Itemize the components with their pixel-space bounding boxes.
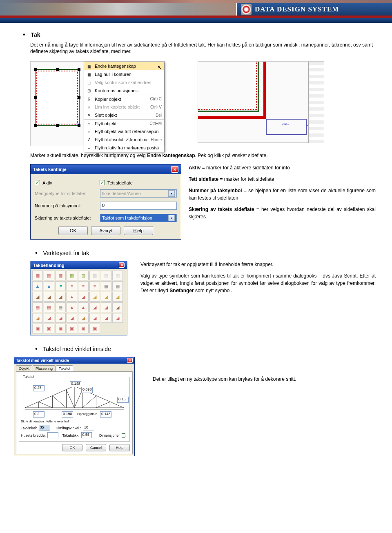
cancel-button[interactable]: Cancel [86,444,106,451]
toolbar-icon[interactable]: ▤ [55,302,66,312]
toolbar-icon[interactable]: ◢ [101,313,111,323]
toolbar-icon[interactable]: ≡ [67,281,77,291]
cancel-button[interactable]: Avbryt [91,226,120,235]
toolbar-icon[interactable]: ▤ [112,281,123,291]
section-tak-heading: Tak [23,31,376,38]
toolbar-icon[interactable]: ▣ [89,324,100,333]
checkbox-tett-sideflate[interactable]: ✓ [100,180,105,185]
context-menu-item[interactable]: ↔Flytt relativ fra markørens posisjon [84,144,164,152]
screenshots-row: 9x2 ▦Endre kantegenskap▦Lag hull i kontu… [30,61,376,146]
context-menu-item[interactable]: ↔Flytt objektCtrl+M [84,119,164,127]
input-dim-top[interactable]: 0.148 [70,381,81,387]
close-icon[interactable]: ✕ [171,166,178,173]
tab-takstol[interactable]: Takstol [56,365,73,371]
toolbar-icon[interactable]: ▤ [44,302,54,312]
toolbar-icon[interactable]: ▥ [78,271,89,280]
input-takvinkel[interactable]: 35 [39,425,50,431]
toolbar-icon[interactable]: ▤ [101,271,111,280]
menu-item-shortcut: Del [156,113,162,118]
toolbar-icon[interactable]: ◢ [44,313,54,323]
toolbar-icon[interactable]: ◢ [101,302,111,312]
toolbar-icon[interactable]: ◢ [44,292,54,302]
toolbar-icon[interactable]: ◢ [55,292,66,302]
toolbar-icon[interactable]: ◢ [112,302,123,312]
cad-view-roof-edge: 9x21 G [198,61,324,143]
toolbar-icon[interactable]: |= [55,281,66,291]
toolbar-icon[interactable]: ≡ [89,281,100,291]
toolbar-icon[interactable]: ◢ [112,313,123,323]
toolbar-icon[interactable]: ▦ [44,271,54,280]
input-dim-tl[interactable]: 0.25 [33,385,45,391]
label-husets-bredde: Husets bredde: [21,433,46,438]
close-icon[interactable]: ✕ [127,358,133,363]
toolbar-icon[interactable]: ▤ [112,271,123,280]
input-dim-bl[interactable]: 0.2 [33,411,45,418]
toolbar-icon[interactable]: ◢ [89,313,100,323]
context-menu-item[interactable]: ▦Endre kantegenskap [84,62,164,70]
toolbar-icon[interactable]: ▣ [32,324,43,333]
toolbar-icon[interactable]: ◢ [55,313,66,323]
context-menu-item[interactable]: ▦Lag hull i konturen [84,70,164,78]
toolbar-icon[interactable]: ◢ [32,313,43,323]
toolbar-icon[interactable]: ≡ [78,281,89,291]
toolbar-icon[interactable]: ◢ [78,313,89,323]
toolbar-icon[interactable]: ▲ [67,292,77,302]
toolbar-icon[interactable]: ◢ [89,302,100,312]
context-menu-item[interactable]: ↔Flytt objekt via fritt referansepunkt [84,127,164,135]
section-verktoysett-heading: Verktøysett for tak [35,249,376,257]
context-menu-item[interactable]: ⎘Kopier objektCtrl+C [84,95,164,103]
toolbar-icon[interactable]: ▲ [67,302,77,312]
input-husets-bredde[interactable] [47,432,58,438]
input-dim-bm[interactable]: 0.198 [62,411,73,418]
toolbar-icon[interactable]: ◢ [101,292,111,302]
ok-button[interactable]: OK [62,444,82,451]
input-dim-br[interactable]: 0.148 [100,411,111,418]
toolbar-icon[interactable]: ▦ [32,271,43,280]
svg-line-13 [82,396,96,408]
input-dim-tr1[interactable]: 0.098 [81,387,93,393]
input-dim-r[interactable]: 0.15 [117,397,129,403]
toolbar-icon[interactable]: ◢ [78,292,89,302]
context-menu-item[interactable]: ZFlytt til absolutt Z-koordinatHome [84,135,164,144]
tab-plassering[interactable]: Plassering [33,365,56,371]
close-icon[interactable]: ✕ [119,262,125,268]
toolbar-icon[interactable]: ▦ [55,271,66,280]
help-button[interactable]: Hjelp [124,226,153,235]
svg-line-6 [53,396,67,408]
toolbar-icon[interactable]: ▥ [89,271,100,280]
toolbar-icon[interactable]: ▣ [78,324,89,333]
toolbar-icon[interactable]: ◢ [67,313,77,323]
menu-item-label: Velg kontur som skal endres [95,80,159,85]
ok-button[interactable]: OK [58,226,88,235]
select-skjaering[interactable]: Takfot som i takdefinisjon ▾ [100,214,177,222]
toolbar-icon[interactable]: ▣ [44,324,54,333]
toolbar-icon[interactable]: ▦ [101,281,111,291]
tab-objekt[interactable]: Objekt [16,365,32,371]
toolbar-icon[interactable]: ◢ [112,292,123,302]
label-aktiv: Aktiv [42,180,100,185]
help-button[interactable]: Help [109,444,130,451]
toolbar-icon[interactable]: ▤ [32,302,43,312]
svg-line-15 [96,402,110,408]
toolbar-icon[interactable]: ▲ [32,281,43,291]
chevron-down-icon[interactable]: ▾ [168,215,175,221]
menu-item-icon: ▦ [86,63,92,69]
input-takutstikk[interactable]: 0.55 [81,432,92,438]
toolbar-icon[interactable]: ▲ [44,281,54,291]
toolbar-icon[interactable]: ▣ [55,324,66,333]
toolbar-icon[interactable]: ▣ [67,324,77,333]
toolbar-icon[interactable]: ◢ [32,292,43,302]
toolbar-icon[interactable]: ▦ [67,271,77,280]
menu-item-icon: ⎘ [86,96,92,102]
menu-item-label: Lim inn kopierte objekt [95,104,148,109]
toolbar-icon[interactable]: ▲ [78,302,89,312]
toolbar-icon[interactable]: ◢ [89,292,100,302]
input-nummer-taksymbol[interactable]: 0 [100,202,177,210]
checkbox-dimensjoner[interactable] [122,433,125,438]
context-menu-item[interactable]: ⊞Konturens posisjoner... [84,87,164,95]
context-menu-item[interactable]: ✕Slett objektDel [84,111,164,119]
checkbox-aktiv[interactable]: ✓ [35,180,40,185]
input-himling[interactable]: 10 [83,425,94,431]
verktoysett-explanation: Verktøysett for tak er oppjustert til å … [140,261,376,298]
context-menu-item: ◻Velg kontur som skal endres [84,78,164,87]
